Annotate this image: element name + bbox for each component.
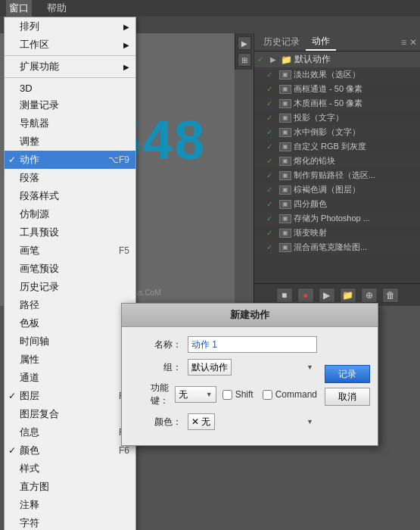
command-checkbox-item: Command <box>263 389 317 400</box>
group-select-wrapper: 默认动作 <box>188 359 317 376</box>
group-row: 组： 默认动作 <box>132 359 317 376</box>
shift-label: Shift <box>235 389 254 400</box>
name-row: 名称： <box>132 336 317 353</box>
name-input[interactable] <box>188 336 317 353</box>
function-key-label: 功能键： <box>132 382 169 407</box>
function-key-select[interactable]: 无 <box>175 386 216 403</box>
dialog-body: 名称： 组： 默认动作 功能键： 无 <box>122 327 378 445</box>
name-label: 名称： <box>132 338 182 351</box>
color-select[interactable]: ✕ 无 <box>188 413 215 430</box>
record-button[interactable]: 记录 <box>325 365 370 383</box>
color-row: 颜色： ✕ 无 <box>132 413 317 430</box>
cancel-button[interactable]: 取消 <box>325 388 370 406</box>
function-key-row: 功能键： 无 Shift Command <box>132 382 317 407</box>
dialog-overlay: 新建动作 名称： 组： 默认动作 功能键： <box>0 0 420 530</box>
color-select-wrapper: ✕ 无 <box>188 413 317 430</box>
group-select[interactable]: 默认动作 <box>188 359 232 376</box>
group-label: 组： <box>132 361 182 374</box>
function-key-select-wrapper: 无 <box>175 386 216 403</box>
checkbox-group: Shift Command <box>222 389 317 400</box>
command-checkbox[interactable] <box>263 390 272 400</box>
new-action-dialog: 新建动作 名称： 组： 默认动作 功能键： <box>121 303 378 446</box>
color-label: 颜色： <box>132 416 182 429</box>
dialog-title: 新建动作 <box>122 304 378 327</box>
command-label: Command <box>275 389 317 400</box>
dialog-buttons: 记录 取消 <box>325 365 370 406</box>
shift-checkbox-item: Shift <box>222 389 254 400</box>
shift-checkbox[interactable] <box>222 390 232 400</box>
